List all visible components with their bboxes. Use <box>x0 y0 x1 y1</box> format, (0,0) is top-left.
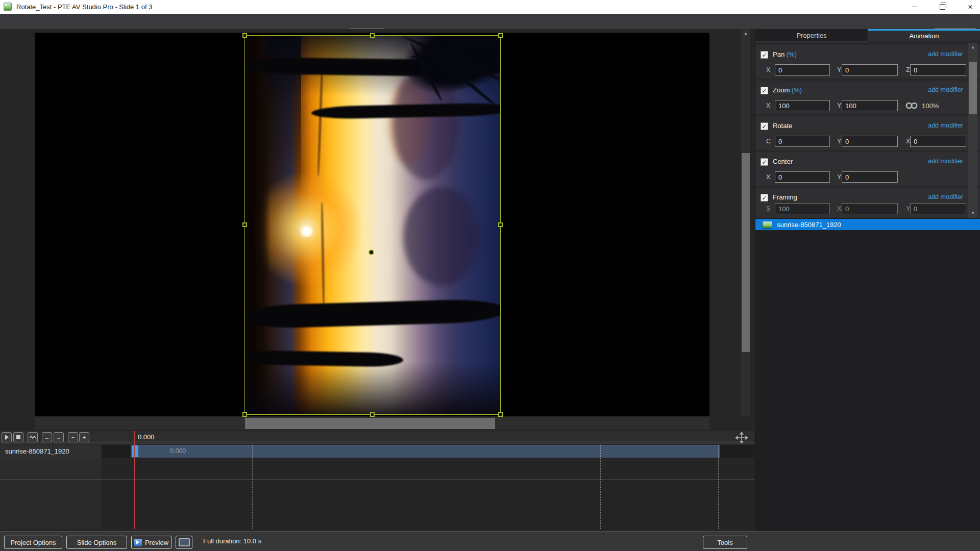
selection-handle-ne[interactable] <box>498 33 503 38</box>
framing-checkbox[interactable]: ✓ <box>761 194 768 202</box>
waveform-icon <box>29 435 36 440</box>
scroll-up-icon[interactable]: ▲ <box>741 29 750 37</box>
timeline-footer-left <box>0 480 102 529</box>
track-label[interactable]: sunrise-850871_1920 <box>0 445 102 458</box>
pan-y-input[interactable] <box>842 64 898 76</box>
keyframe-guide-line <box>252 445 253 529</box>
selection-handle-sw[interactable] <box>242 412 247 417</box>
timeline: ← → − + 0.000 sunrise-850871_1920 0.000 <box>0 431 754 531</box>
center-add-modifier-link[interactable]: add modifier <box>928 158 963 165</box>
selection-handle-nw[interactable] <box>242 33 247 38</box>
rotate-label: Rotate <box>773 122 792 130</box>
link-xy-icon[interactable] <box>904 102 919 111</box>
timeline-zoom-out-button[interactable]: − <box>68 432 78 442</box>
selection-handle-w[interactable] <box>242 222 247 227</box>
pan-percent-suffix: (%) <box>787 51 797 58</box>
panel-scroll-down-icon[interactable]: ▼ <box>968 209 977 217</box>
center-y-input[interactable] <box>842 171 898 183</box>
panel-scrollbar[interactable]: ▲ ▼ <box>968 43 977 218</box>
selection-handle-n[interactable] <box>370 33 375 38</box>
layer-item-selected[interactable]: sunrise-850871_1920 <box>755 219 980 230</box>
preview-play-icon <box>134 539 142 546</box>
clip-bar[interactable]: 0.000 <box>131 445 720 458</box>
framing-section: ✓ Framing add modifier S X Y <box>755 188 980 218</box>
rotate-y-input[interactable] <box>842 136 898 147</box>
zoom-linked-percent: 100% <box>922 102 939 110</box>
window-title: Rotate_Test - PTE AV Studio Pro - Slide … <box>16 0 152 14</box>
zoom-x-input[interactable] <box>775 100 830 111</box>
track-lane: 0.000 <box>102 445 754 458</box>
rotate-checkbox[interactable]: ✓ <box>761 122 768 130</box>
pan-checkbox[interactable]: ✓ <box>761 51 768 59</box>
vertical-scrollbar[interactable]: ▲ <box>741 29 750 416</box>
toolbar: M OK T ↶ ↷ ✂ ▾ Auto ▾ ◂ ▸ C <box>0 14 980 29</box>
stop-button[interactable] <box>13 432 23 442</box>
rotate-y-label: Y <box>837 138 841 145</box>
vertical-scroll-thumb[interactable] <box>742 153 750 352</box>
animation-sections: ✓ Pan (%) add modifier X Y Z ✓ Zoom (%) … <box>755 41 980 218</box>
animation-panel: Properties Animation ✓ Pan (%) add modif… <box>755 29 980 531</box>
step-forward-button[interactable]: → <box>54 432 64 442</box>
pan-z-input[interactable] <box>910 64 966 76</box>
minimize-icon <box>912 7 917 7</box>
center-x-input[interactable] <box>775 171 830 183</box>
empty-track-lane <box>102 458 754 479</box>
playhead[interactable] <box>134 431 135 529</box>
layer-thumbnail-icon <box>762 221 772 229</box>
rotate-c-input[interactable] <box>775 136 830 147</box>
timeline-pan-icon[interactable] <box>736 432 748 445</box>
center-checkbox[interactable]: ✓ <box>761 158 768 166</box>
pan-y-label: Y <box>837 66 841 73</box>
timeline-zoom-in-button[interactable]: + <box>79 432 89 442</box>
framing-s-label: S <box>766 205 770 212</box>
rotate-section: ✓ Rotate add modifier C Y X <box>755 116 980 150</box>
step-back-button[interactable]: ← <box>42 432 52 442</box>
preview-workspace: ▲ <box>0 29 754 431</box>
zoom-percent-suffix: (%) <box>792 86 802 94</box>
status-bar: Project Options Slide Options Preview Fu… <box>0 531 980 551</box>
project-options-button[interactable]: Project Options <box>4 536 62 549</box>
tab-properties[interactable]: Properties <box>755 29 868 41</box>
preview-button[interactable]: Preview <box>131 536 172 549</box>
fullscreen-preview-button[interactable] <box>176 536 192 549</box>
pan-add-modifier-link[interactable]: add modifier <box>928 51 963 58</box>
zoom-section: ✓ Zoom (%) add modifier X Y 100% <box>755 81 980 114</box>
panel-scroll-up-icon[interactable]: ▲ <box>968 43 977 51</box>
zoom-y-input[interactable] <box>842 100 898 111</box>
full-duration-label: Full duration: 10.0 s <box>203 532 261 551</box>
tools-button[interactable]: Tools <box>703 536 747 549</box>
selection-handle-s[interactable] <box>370 412 375 417</box>
selection-handle-se[interactable] <box>498 412 503 417</box>
close-window-button[interactable]: × <box>962 0 979 14</box>
zoom-add-modifier-link[interactable]: add modifier <box>928 86 963 93</box>
center-label: Center <box>773 158 793 165</box>
framing-s-input[interactable] <box>775 203 830 214</box>
selection-handle-e[interactable] <box>498 222 503 227</box>
pan-x-input[interactable] <box>775 64 830 76</box>
horizontal-scrollbar[interactable] <box>35 417 709 430</box>
zoom-checkbox[interactable]: ✓ <box>761 87 768 94</box>
zoom-x-label: X <box>766 102 770 109</box>
framing-add-modifier-link[interactable]: add modifier <box>928 193 963 201</box>
framing-y-input[interactable] <box>910 203 966 214</box>
restore-icon <box>940 4 945 10</box>
rotation-center-point[interactable] <box>369 249 374 255</box>
framing-x-input[interactable] <box>842 203 898 214</box>
titlebar: Rotate_Test - PTE AV Studio Pro - Slide … <box>0 0 980 14</box>
panel-scroll-thumb[interactable] <box>969 62 977 114</box>
waveform-button[interactable] <box>28 432 38 442</box>
play-button[interactable] <box>2 432 12 442</box>
pan-x-label: X <box>766 66 770 73</box>
center-x-label: X <box>766 173 770 181</box>
tab-animation[interactable]: Animation <box>868 29 980 41</box>
screen-icon <box>179 538 190 546</box>
center-y-label: Y <box>837 173 841 181</box>
slide-options-button[interactable]: Slide Options <box>66 536 127 549</box>
restore-button[interactable] <box>934 0 951 14</box>
horizontal-scroll-thumb[interactable] <box>245 418 495 429</box>
selection-marquee <box>244 35 501 415</box>
rotate-add-modifier-link[interactable]: add modifier <box>928 122 963 129</box>
stop-icon <box>16 435 20 439</box>
minimize-button[interactable] <box>905 0 923 14</box>
rotate-x-input[interactable] <box>910 136 966 147</box>
